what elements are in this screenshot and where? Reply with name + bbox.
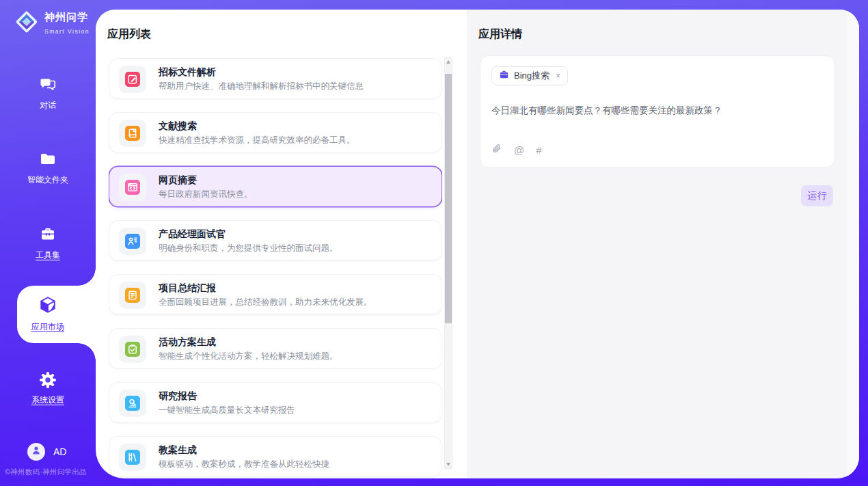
query-composer[interactable]: Bing搜索 × 今日湖北有哪些新闻要点？有哪些需要关注的最新政策？ @ #: [480, 55, 835, 168]
app-icon-tile: [119, 336, 146, 363]
close-icon[interactable]: ×: [556, 71, 560, 81]
app-icon-tile: [119, 174, 146, 201]
brand-name: 神州问学: [44, 11, 88, 23]
brand-subtitle: Smart Vision: [44, 28, 90, 35]
app-detail-title: 应用详情: [478, 27, 522, 42]
sidebar-item-label: 工具集: [0, 249, 96, 261]
sidebar-item-1[interactable]: 对话: [0, 75, 96, 111]
interviewer-icon: [125, 234, 140, 249]
cube-icon: [38, 295, 58, 316]
report-doc-icon: [125, 288, 140, 303]
app-description: 模板驱动，教案秒成，教学准备从此轻松快捷: [159, 459, 432, 470]
folder-icon: [38, 150, 57, 170]
sidebar-item-label: 应用市场: [0, 321, 96, 333]
app-name: 网页摘要: [159, 174, 432, 186]
app-logo: 神州问学 Smart Vision: [14, 9, 96, 38]
detail-scroll-track: [847, 10, 859, 478]
app-description: 快速精准查找学术资源，提高研究效率的必备工具。: [159, 135, 432, 146]
tool-tag-bing-search[interactable]: Bing搜索 ×: [491, 66, 568, 85]
app-name: 文献搜索: [159, 120, 432, 132]
sidebar-item-2[interactable]: 智能文件夹: [0, 150, 96, 186]
scrollbar-thumb[interactable]: [445, 74, 452, 323]
copyright-text: ©神州数码·神州问学出品: [5, 467, 96, 477]
user-initials: AD: [53, 446, 66, 457]
app-list-title: 应用列表: [107, 27, 151, 42]
app-card[interactable]: 招标文件解析 帮助用户快速、准确地理解和解析招标书中的关键信息: [109, 58, 442, 99]
run-button[interactable]: 运行: [801, 185, 833, 206]
scroll-up-arrow-icon[interactable]: [445, 57, 452, 66]
app-icon-tile: [119, 444, 146, 471]
diamond-logo-icon: [14, 9, 40, 38]
main-content: 应用列表 招标文件解析 帮助用户快速、准确地理解和解析招标书中的关键信息 文献搜…: [96, 10, 859, 478]
avatar[interactable]: [27, 443, 45, 461]
app-icon-tile: [119, 120, 146, 147]
app-name: 招标文件解析: [159, 66, 432, 78]
app-description: 全面回顾项目进展，总结经验教训，助力未来优化发展。: [159, 297, 432, 308]
book-icon: [125, 126, 140, 141]
chat-icon: [38, 75, 57, 96]
sidebar-item-5[interactable]: 系统设置: [0, 371, 96, 406]
app-card[interactable]: 教案生成 模板驱动，教案秒成，教学准备从此轻松快捷: [109, 436, 442, 477]
app-card[interactable]: 研究报告 一键智能生成高质量长文本研究报告: [109, 382, 442, 423]
scroll-down-arrow-icon[interactable]: [445, 460, 452, 468]
app-list: 招标文件解析 帮助用户快速、准确地理解和解析招标书中的关键信息 文献搜索 快速精…: [109, 58, 442, 478]
edit-square-icon: [125, 72, 140, 87]
query-text[interactable]: 今日湖北有哪些新闻要点？有哪些需要关注的最新政策？: [491, 104, 824, 117]
app-icon-tile: [119, 228, 146, 255]
app-card[interactable]: 网页摘要 每日政府新闻资讯快查。: [109, 166, 442, 207]
person-icon: [31, 445, 42, 459]
sidebar: 神州问学 Smart Vision 对话智能文件夹工具集应用市场系统设置 AD …: [0, 0, 96, 488]
app-name: 教案生成: [159, 444, 432, 456]
app-detail-panel: 应用详情 Bing搜索 × 今日湖北有哪些新闻要点？有哪些需要关注的最新政策？ …: [467, 10, 859, 478]
sidebar-item-label: 系统设置: [0, 394, 96, 406]
app-icon-tile: [119, 66, 146, 93]
tool-tag-label: Bing搜索: [514, 70, 550, 82]
microscope-icon: [125, 396, 140, 411]
app-name: 项目总结汇报: [159, 282, 432, 294]
app-icon-tile: [119, 282, 146, 309]
app-description: 一键智能生成高质量长文本研究报告: [159, 405, 432, 416]
app-card[interactable]: 文献搜索 快速精准查找学术资源，提高研究效率的必备工具。: [109, 112, 442, 153]
sidebar-item-label: 智能文件夹: [0, 174, 96, 186]
app-icon-tile: [119, 390, 146, 417]
list-scrollbar[interactable]: [444, 57, 452, 469]
gear-icon: [39, 371, 57, 392]
app-description: 智能生成个性化活动方案，轻松解决规划难题。: [159, 351, 432, 362]
toolbox-icon: [38, 225, 57, 245]
sidebar-item-label: 对话: [0, 100, 96, 111]
briefcase-icon: [499, 70, 509, 83]
app-description: 明确身份和职责，为您提供专业性的面试问题。: [159, 243, 432, 254]
topic-icon[interactable]: #: [536, 145, 541, 156]
user-row[interactable]: AD: [27, 443, 66, 461]
browser-code-icon: [125, 180, 140, 195]
sidebar-item-4[interactable]: 应用市场: [0, 295, 96, 333]
books-icon: [125, 450, 140, 465]
app-card[interactable]: 产品经理面试官 明确身份和职责，为您提供专业性的面试问题。: [109, 220, 442, 261]
clipboard-check-icon: [125, 342, 140, 357]
app-name: 产品经理面试官: [159, 228, 432, 240]
sidebar-item-3[interactable]: 工具集: [0, 225, 96, 261]
app-name: 活动方案生成: [159, 336, 432, 348]
app-description: 每日政府新闻资讯快查。: [159, 189, 432, 200]
paperclip-icon[interactable]: [491, 144, 502, 157]
app-card[interactable]: 项目总结汇报 全面回顾项目进展，总结经验教训，助力未来优化发展。: [109, 274, 442, 315]
app-card[interactable]: 活动方案生成 智能生成个性化活动方案，轻松解决规划难题。: [109, 328, 442, 369]
mention-icon[interactable]: @: [514, 145, 524, 156]
app-name: 研究报告: [159, 390, 432, 402]
app-description: 帮助用户快速、准确地理解和解析招标书中的关键信息: [159, 81, 432, 92]
